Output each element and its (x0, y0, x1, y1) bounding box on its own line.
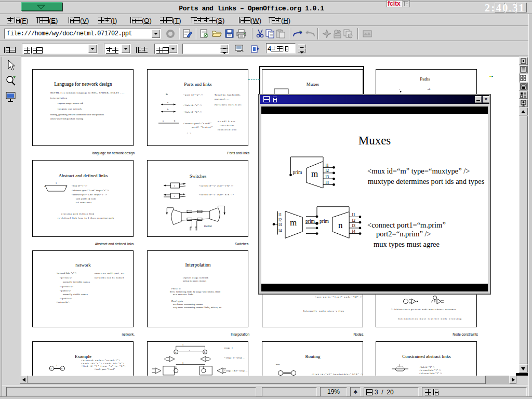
svg-text:express usage: muxes-esk: express usage: muxes-esk (58, 102, 84, 104)
svg-text:new measure links: new measure links (173, 293, 193, 296)
svg-text:using measure muxes: using measure muxes (183, 280, 206, 282)
svg-text:<network link=“n” />: <network link=“n” /> (56, 272, 77, 274)
svg-text:l1: l1 (326, 163, 329, 168)
svg-text:express usage network: express usage network (183, 276, 209, 279)
svg-text:<connect port1=“a.end1”: <connect port1=“a.end1” (183, 122, 211, 125)
svg-text:<link id=“1” from=“a” to=“b”>: <link id=“1” from=“a” to=“b”> (81, 365, 126, 367)
svg-text:Phase v:: Phase v: (171, 287, 181, 290)
svg-text:<stage 1&2> wrap ...: <stage 1&2> wrap ... (224, 369, 248, 372)
svg-text:prim: prim (305, 219, 315, 224)
svg-text:names are multi-part, ns.: names are multi-part, ns. (95, 272, 124, 275)
svg-text:1: 1 (182, 343, 183, 346)
svg-text:Routing: Routing (305, 354, 321, 359)
svg-text:<switch id=“s” expr=“X-X” />: <switch id=“s” expr=“X-X” /> (199, 193, 234, 196)
svg-text:<abstract spec=“1.end” drops=“: <abstract spec=“1.end” drops=“a” /> (72, 189, 110, 192)
svg-text:l1: l1 (352, 212, 356, 217)
svg-text:l1: l1 (278, 212, 282, 217)
svg-text:a: a (175, 351, 176, 353)
svg-text:routing, grooming DWDM estimat: routing, grooming DWDM estimation no or … (50, 113, 104, 116)
svg-text:1: 1 (399, 364, 400, 366)
svg-text:<aux ports=“1.mf” node=“M” />: <aux ports=“1.mf” node=“M” /> (315, 296, 363, 298)
svg-text:networks can be named: networks can be named (95, 276, 124, 279)
svg-text:<switch id=“s” expr=“1-X” />: <switch id=“s” expr=“1-X” /> (199, 184, 234, 187)
svg-text:a: a (51, 367, 52, 370)
svg-text:Switches: Switches (190, 174, 207, 179)
svg-text:stage 1: stage 1 (224, 347, 233, 349)
svg-text:Ports and links: Ports and links (184, 82, 212, 87)
svg-text:DWDM: DWDM (204, 225, 212, 228)
svg-text:l3: l3 (326, 174, 329, 179)
svg-text:</end> port=“1.end”: </end> port=“1.end” (94, 368, 115, 370)
svg-text:l4: l4 (326, 180, 329, 185)
svg-text:prim: prim (293, 170, 303, 175)
svg-text:<port id=“p” />: <port id=“p” /> (183, 94, 204, 96)
svg-text:Paths: Paths (420, 76, 430, 82)
svg-text:<link id=“1” />: <link id=“1” /> (72, 184, 88, 187)
svg-text:<network xmlns=“netml-1”>: <network xmlns=“netml-1”> (81, 359, 121, 362)
svg-text:a: a (167, 101, 168, 103)
svg-text:1: 1 (56, 364, 57, 367)
svg-text:</publics>: </publics> (60, 297, 73, 300)
svg-text:sum paths & sum: sum paths & sum (76, 197, 96, 200)
svg-text:1: 1 (56, 182, 57, 184)
svg-text:<networks>: <networks> (56, 301, 70, 303)
svg-text:1: 1 (182, 362, 183, 364)
svg-text:l3: l3 (278, 222, 282, 227)
svg-text:interpolation: interpolation (50, 97, 68, 99)
svg-text:allow-used-independent routing: allow-used-independent routing (50, 117, 84, 120)
svg-text:port2=“b.start”: port2=“b.start” (192, 126, 212, 128)
svg-text:b: b (61, 367, 62, 370)
svg-text:s: s (174, 184, 175, 187)
svg-text:Ports have start, h ave: Ports have start, h ave (215, 103, 242, 107)
svg-text:m: m (311, 169, 318, 179)
svg-text:connected a/io: connected a/io (218, 128, 236, 131)
svg-text:lines define: lines define (220, 124, 234, 127)
svg-text:Language for network design: Language for network design (54, 82, 112, 87)
svg-text:integrate our network: integrate our network (58, 108, 82, 110)
svg-text:prim: prim (320, 219, 329, 224)
svg-text:l2: l2 (326, 168, 329, 173)
svg-text:b: b (204, 351, 205, 353)
svg-text:b: b (174, 119, 175, 122)
svg-text:Muxes: Muxes (307, 82, 320, 87)
svg-text:l4: l4 (278, 228, 282, 233)
svg-text:need more consuming comms: need more consuming comms (173, 303, 203, 305)
svg-text:Don't gain: Don't gain (171, 300, 183, 302)
svg-text:<abstract spec=“1.mf” drops=“1: <abstract spec=“1.mf” drops=“1” /> (72, 193, 108, 196)
svg-text:protocol. ...: protocol. ... (215, 98, 229, 100)
svg-text:<privates>: <privates> (60, 276, 73, 279)
svg-text:ref sums over: ref sums over (76, 201, 92, 204)
svg-text:a.b: a.b (428, 88, 430, 90)
svg-text:l4: l4 (352, 229, 356, 234)
svg-text:<link id=“a” />: <link id=“a” /> (183, 104, 203, 107)
svg-text:re-defined link (use in 1 then: re-defined link (use in 1 then crossing … (58, 217, 114, 219)
svg-text:Constrained abstract links: Constrained abstract links (402, 354, 451, 359)
svg-text:Typed by, bandwidth,: Typed by, bandwidth, (215, 94, 241, 97)
svg-text:*: * (399, 88, 400, 91)
svg-text:NETML is a common language to: NETML is a common language to NDL, SPIDE… (50, 91, 124, 95)
svg-text:</privates>: </privates> (60, 285, 74, 288)
svg-text:<publics>: <publics> (60, 289, 72, 292)
svg-text:Abstract and defined links: Abstract and defined links (59, 173, 108, 178)
svg-text:network: network (75, 262, 91, 268)
svg-text:t: t (174, 195, 175, 197)
svg-text:man: man (276, 363, 280, 366)
svg-text:<link id=“b” />: <link id=“b” /> (183, 111, 203, 113)
svg-text:l2: l2 (352, 218, 356, 223)
svg-text:a.end1 h ave: a.end1 h ave (218, 120, 235, 123)
svg-text:<a crosslink=“1” />: <a crosslink=“1” /> (419, 369, 442, 371)
svg-text:normally invisible names: normally invisible names (63, 281, 90, 283)
svg-text:n: n (338, 220, 343, 230)
svg-text:Informally, nodes piece=e flow: Informally, nodes piece=e flow (303, 310, 344, 313)
svg-text:l2: l2 (278, 217, 282, 222)
svg-text:a: a (163, 119, 164, 122)
svg-text:Interpolation must restrict no: Interpolation must restrict node crossin… (398, 317, 462, 320)
svg-text:<alt new link=“3” />: <alt new link=“3” /> (419, 372, 443, 375)
svg-text:<stage 1> wrap ...: <stage 1> wrap ... (224, 356, 245, 359)
svg-text:e: e (189, 349, 190, 352)
svg-text:crossing path defines link: crossing path defines link (61, 212, 95, 215)
svg-text:3 Arbitrariness present: node: 3 Arbitrariness present: node must choos… (391, 308, 456, 311)
svg-text:<link id=“1” />: <link id=“1” /> (419, 366, 435, 368)
svg-text:/>: /> (187, 132, 192, 135)
svg-text:b: b (167, 108, 168, 111)
